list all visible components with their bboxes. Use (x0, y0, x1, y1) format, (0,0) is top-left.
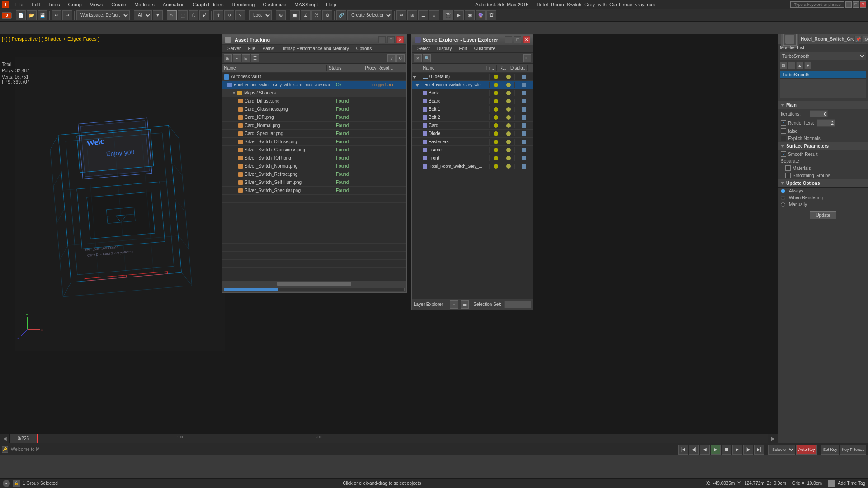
anim-next-frame[interactable]: ▶ (732, 445, 742, 455)
menu-help[interactable]: Help (322, 1, 340, 8)
viewport-3d[interactable]: [+] [ Perspective ] [ Shaded + Edged Fac… (0, 34, 868, 439)
tb-spinner-snap[interactable]: ⚙ (322, 10, 332, 20)
menu-modifiers[interactable]: Modifiers (131, 1, 158, 8)
se-row-bolt1[interactable]: Bolt 1 (412, 105, 533, 113)
menu-views[interactable]: Views (86, 1, 107, 8)
at-row-card-specular[interactable]: Card_Specular.png Found (222, 130, 406, 138)
at-row-silver-glossiness[interactable]: Silver_Switch_Glossiness.png Found (222, 146, 406, 154)
se-row-card[interactable]: Card (412, 122, 533, 130)
at-row-silver-specular[interactable]: Silver_Switch_Specular.png Found (222, 187, 406, 195)
at-row-silver-ior[interactable]: Silver_Switch_IOR.png Found (222, 154, 406, 162)
at-row-maps-folder[interactable]: ▾ Maps / Shaders (222, 89, 406, 97)
scene-explorer-maximize[interactable]: □ (514, 36, 521, 43)
tb-snap-toggle[interactable]: 🔲 (290, 10, 300, 20)
at-row-vault[interactable]: Autodesk Vault (222, 73, 406, 81)
asset-tracking-titlebar[interactable]: Asset Tracking _ □ ✕ (222, 35, 406, 45)
rp-settings-btn[interactable]: ⚙ (863, 36, 868, 43)
add-time-tag[interactable]: Add Time Tag (838, 481, 865, 486)
menu-file[interactable]: File (12, 1, 27, 8)
tb-select-filter[interactable]: ▼ (153, 10, 163, 20)
tb-rotate[interactable]: ↻ (224, 10, 234, 20)
se-btn-filter[interactable]: 🔍 (423, 54, 431, 62)
maximize-btn[interactable]: □ (853, 1, 859, 8)
at-btn-help[interactable]: ? (387, 54, 396, 62)
always-radio[interactable] (781, 189, 785, 193)
rp-mod-btn4[interactable]: ▼ (804, 62, 811, 69)
rp-mod-btn1[interactable]: ⊞ (780, 62, 787, 69)
tb-render-setup[interactable]: 🎬 (443, 10, 453, 20)
create-selection-dropdown[interactable]: Create Selection Se... (347, 10, 392, 20)
materials-checkbox[interactable] (785, 165, 791, 171)
menu-edit[interactable]: Edit (28, 1, 44, 8)
asset-tracking-close[interactable]: ✕ (396, 36, 404, 43)
modifier-section-surface[interactable]: Surface Parameters (778, 142, 868, 150)
scene-explorer-close[interactable]: ✕ (523, 36, 530, 43)
se-expand-default[interactable] (412, 74, 421, 80)
tb-paint-select[interactable]: 🖌 (199, 10, 209, 20)
coord-dropdown[interactable]: Local (249, 10, 272, 20)
modifier-section-main[interactable]: Main (778, 101, 868, 109)
explicit-normals-checkbox[interactable] (781, 136, 786, 141)
at-menu-bitmap[interactable]: Bitmap Performance and Memory (278, 46, 353, 52)
menu-maxscript[interactable]: MAXScript (291, 1, 321, 8)
anim-key-icon[interactable]: 🔑 (2, 446, 8, 453)
se-row-hotel-room[interactable]: Hotel_Room_Switch_Grey_with_... (412, 81, 533, 89)
rp-mod-btn3[interactable]: ▲ (796, 62, 803, 69)
at-menu-options[interactable]: Options (353, 46, 375, 52)
tb-scale[interactable]: ⤡ (235, 10, 245, 20)
tb-new-scene[interactable]: 📄 (16, 10, 26, 20)
asset-tracking-maximize[interactable]: □ (387, 36, 395, 43)
iterations-spinner[interactable]: 0 (810, 110, 828, 117)
tb-layer[interactable]: ☰ (418, 10, 428, 20)
tb-curve[interactable]: ⟁ (429, 10, 439, 20)
tb-angle-snap[interactable]: ∠ (301, 10, 311, 20)
se-expand-hotel[interactable] (412, 82, 421, 88)
at-btn-1[interactable]: ⊞ (224, 54, 232, 62)
tb-link[interactable]: 🔗 (336, 10, 346, 20)
se-btn-close[interactable]: ✕ (414, 54, 422, 62)
magnet-icon[interactable] (828, 480, 835, 487)
se-row-board[interactable]: Board (412, 97, 533, 105)
at-menu-file[interactable]: File (244, 46, 259, 52)
frame-counter[interactable]: 0 / 225 (10, 434, 37, 443)
minimize-btn[interactable]: _ (845, 1, 852, 8)
tb-new[interactable]: 3 (2, 12, 12, 19)
tb-align[interactable]: ⊞ (407, 10, 417, 20)
scene-explorer-body[interactable]: 0 (default) (412, 73, 533, 299)
menu-rendering[interactable]: Rendering (228, 1, 259, 8)
menu-tools[interactable]: Tools (45, 1, 64, 8)
rp-pin-btn[interactable]: 📌 (854, 36, 862, 43)
tb-render-frame[interactable]: 🖼 (486, 10, 496, 20)
tb-active-shade[interactable]: ◉ (465, 10, 475, 20)
timeline-left-btn[interactable]: ◀ (0, 434, 10, 443)
anim-mode-dropdown[interactable]: Selected (768, 445, 795, 455)
render-iters-spinner[interactable]: 2 (817, 119, 835, 127)
tb-pivot[interactable]: ⊕ (276, 10, 286, 20)
se-row-front[interactable]: Front (412, 154, 533, 162)
at-btn-3[interactable]: ⊟ (242, 54, 250, 62)
tb-mirror[interactable]: ⇔ (396, 10, 406, 20)
isoline-display-checkbox[interactable] (781, 128, 786, 134)
se-row-back[interactable]: Back (412, 89, 533, 97)
at-row-silver-refract[interactable]: Silver_Switch_Refract.png Found (222, 170, 406, 178)
menu-animation[interactable]: Animation (159, 1, 189, 8)
anim-prev-key[interactable]: ◀| (689, 445, 699, 455)
anim-goto-end[interactable]: ▶| (754, 445, 764, 455)
anim-stop[interactable]: ⏹ (722, 445, 731, 455)
update-button[interactable]: Update (810, 211, 836, 219)
se-row-default-layer[interactable]: 0 (default) (412, 73, 533, 81)
key-filters-btn[interactable]: Key Filters... (840, 445, 866, 455)
tb-redo[interactable]: ↪ (62, 10, 72, 20)
modifier-section-update[interactable]: Update Options (778, 179, 868, 188)
menu-graph-editors[interactable]: Graph Editors (189, 1, 227, 8)
se-menu-customize[interactable]: Customize (471, 46, 499, 52)
se-row-bolt2[interactable]: Bolt 2 (412, 113, 533, 122)
at-row-card-ior[interactable]: Card_IOR.png Found (222, 113, 406, 122)
se-row-fasteners[interactable]: Fasteners (412, 138, 533, 146)
at-row-card-glossiness[interactable]: Card_Glossiness.png Found (222, 105, 406, 113)
timeline-track[interactable]: 100 200 (37, 434, 768, 443)
anim-next-key[interactable]: |▶ (743, 445, 753, 455)
tb-move[interactable]: ✛ (213, 10, 223, 20)
tb-select-region[interactable]: ⬚ (178, 10, 188, 20)
selection-dropdown[interactable]: All (134, 10, 152, 20)
